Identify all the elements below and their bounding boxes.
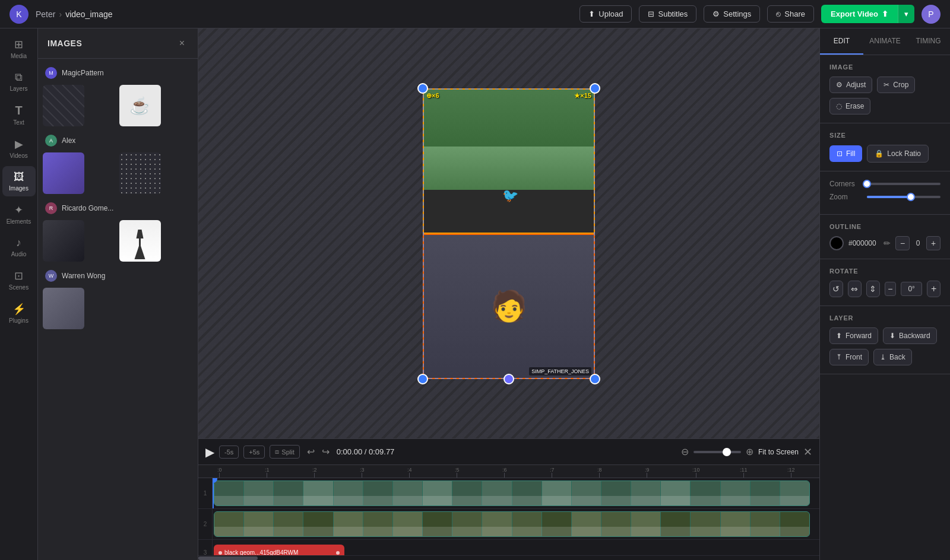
undo-button[interactable]: ↩ [305,445,317,459]
size-section: SIZE ⊡ Fill 🔒 Lock Ratio [820,123,950,171]
handle-top-left[interactable] [417,83,428,94]
sidebar-item-elements[interactable]: ✦ Elements [2,199,36,230]
color-swatch[interactable] [829,236,844,250]
text-icon: T [15,104,22,117]
plugins-icon: ⚡ [12,303,26,316]
thumbnail[interactable] [43,288,84,329]
user-avatar[interactable]: P [922,5,940,24]
image-clip[interactable]: black geom...415gdB4RWM [214,545,344,555]
timeline-scrollbar[interactable] [198,555,819,560]
sidebar-item-plugins[interactable]: ⚡ Plugins [2,298,36,329]
ruler-mark: :8 [597,467,602,478]
size-section-label: SIZE [829,132,940,139]
sidebar-item-media[interactable]: ⊞ Media [2,33,36,64]
redo-button[interactable]: ↪ [319,445,332,459]
user-name[interactable]: Peter [36,9,55,19]
export-dropdown-button[interactable]: ▾ [898,5,914,23]
source-grid [43,152,193,194]
track-content[interactable] [213,509,819,539]
rotate-decrease-button[interactable]: − [885,282,897,296]
zoom-thumb[interactable] [907,193,915,201]
rotate-increase-button[interactable]: + [927,281,940,297]
edit-tabs: EDIT ANIMATE TIMING [820,28,950,55]
video-clip[interactable] [214,511,810,537]
back-button[interactable]: ⤓ Back [873,349,912,365]
video-clip[interactable] [214,481,810,506]
split-button[interactable]: ⧈ Split [270,445,299,459]
lock-ratio-button[interactable]: 🔒 Lock Ratio [867,145,929,163]
source-header: W Warren Wong [43,266,193,285]
forward-icon: ⬆ [836,332,842,340]
handle-bottom-center[interactable] [504,374,514,384]
subtitles-button[interactable]: ⊟ Subtitles [639,5,696,23]
sidebar-label-videos: Videos [10,152,27,159]
backward-button[interactable]: ⬇ Backward [883,327,937,344]
outline-decrease-button[interactable]: − [895,236,910,250]
sidebar-item-audio[interactable]: ♪ Audio [2,232,36,262]
crop-button[interactable]: ✂ Crop [877,77,915,93]
pen-icon[interactable]: ✏ [884,238,891,248]
sidebar-label-images: Images [9,185,28,192]
close-timeline-button[interactable]: ✕ [803,446,812,459]
forward-button[interactable]: ⬆ Forward [829,327,878,344]
thumbnail[interactable]: ☕ [119,85,161,126]
sidebar-label-layers: Layers [10,85,27,92]
ruler-mark: :5 [455,467,460,478]
sidebar-item-images[interactable]: 🖼 Images [2,166,36,196]
corners-thumb[interactable] [863,180,871,188]
zoom-thumb[interactable] [723,448,731,456]
export-button[interactable]: Export Video ⬆ [821,5,898,23]
thumbnail[interactable] [119,220,161,262]
sidebar-item-text[interactable]: T Text [2,99,36,131]
plus5-button[interactable]: +5s [243,446,265,459]
thumbnail[interactable] [43,220,84,262]
breadcrumb: Peter › video_image [36,9,113,19]
source-header: M MagicPattern [43,63,193,82]
sidebar-item-layers[interactable]: ⧉ Layers [2,66,36,97]
tab-timing[interactable]: TIMING [907,28,950,55]
zoom-slider[interactable] [694,451,741,453]
front-button[interactable]: ⤒ Front [829,349,869,365]
settings-button[interactable]: ⚙ Settings [704,5,760,23]
zoom-in-icon[interactable]: ⊕ [746,446,753,457]
playhead [213,478,214,508]
fit-to-screen-button[interactable]: Fit to Screen [758,448,799,456]
handle-bottom-right[interactable] [590,374,600,384]
sidebar-item-videos[interactable]: ▶ Videos [2,133,36,164]
minus5-button[interactable]: -5s [219,446,239,459]
panel-close-button[interactable]: × [176,37,188,50]
zoom-out-icon[interactable]: ⊖ [681,446,689,457]
sidebar-item-scenes[interactable]: ⊡ Scenes [2,265,36,295]
tab-animate[interactable]: ANIMATE [863,28,907,55]
scroll-thumb[interactable] [198,556,258,560]
canvas-wrapper[interactable]: ⊕×6 ★×15 🐦 🧑 SIMP_FATHER_JONES [198,28,819,438]
erase-button[interactable]: ◌ Erase [829,98,870,114]
thumbnail[interactable] [43,152,84,194]
flip-vertical-button[interactable]: ⇕ [866,281,880,297]
upload-button[interactable]: ⬆ Upload [580,5,632,23]
thumbnail[interactable] [119,152,161,194]
play-button[interactable]: ▶ [205,445,214,459]
outline-increase-button[interactable]: + [926,236,940,250]
tab-edit[interactable]: EDIT [820,28,863,55]
panel-title: IMAGES [48,39,82,48]
project-name[interactable]: video_image [65,9,112,19]
image-tools: ⚙ Adjust ✂ Crop ◌ Erase [829,77,940,114]
rotate-ccw-button[interactable]: ↺ [829,281,843,297]
flip-horizontal-button[interactable]: ⇔ [848,281,862,297]
fill-button[interactable]: ⊡ Fill [829,145,862,162]
handle-bottom-left[interactable] [417,374,428,384]
timeline-controls: ▶ -5s +5s ⧈ Split ↩ ↪ 0:00.00 / 0:09.77 [198,439,819,465]
size-controls: ⊡ Fill 🔒 Lock Ratio [829,145,940,163]
track-content[interactable] [213,478,819,508]
handle-top-right[interactable] [590,83,600,94]
adjust-button[interactable]: ⚙ Adjust [829,77,872,93]
corners-label: Corners [829,180,862,188]
share-button[interactable]: ⎋ Share [767,5,814,23]
clip-label: black geom...415gdB4RWM [224,549,298,555]
track-content[interactable]: black geom...415gdB4RWM [213,540,819,555]
thumbnail[interactable] [43,85,84,126]
zoom-track[interactable] [867,196,940,198]
streamer-figure: 🧑 [490,289,527,323]
corners-slider[interactable] [867,183,940,185]
